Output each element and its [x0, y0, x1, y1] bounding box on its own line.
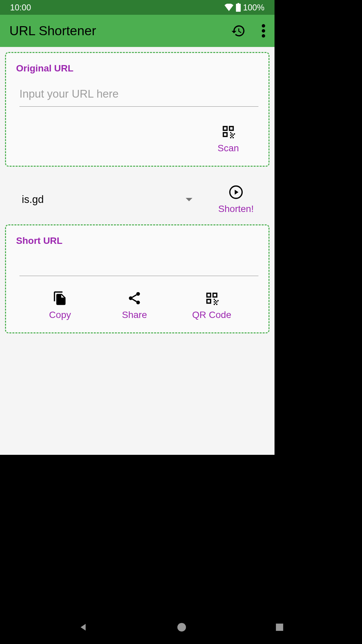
- qrcode-label: QR Code: [192, 310, 231, 320]
- svg-point-1: [262, 29, 265, 33]
- status-time: 10:00: [10, 3, 31, 12]
- copy-label: Copy: [49, 310, 71, 320]
- share-button[interactable]: Share: [118, 291, 151, 320]
- scan-button[interactable]: Scan: [212, 124, 245, 154]
- status-battery: 100%: [243, 3, 264, 12]
- shorten-button[interactable]: Shorten!: [213, 185, 259, 214]
- svg-point-5: [129, 297, 133, 300]
- original-url-card: Original URL Scan: [5, 52, 269, 167]
- short-url-label: Short URL: [16, 235, 258, 246]
- chevron-down-icon: [186, 198, 192, 201]
- scan-label: Scan: [218, 143, 239, 154]
- svg-point-4: [136, 292, 140, 296]
- status-bar: 10:00 100%: [0, 0, 275, 15]
- battery-icon: [236, 3, 241, 12]
- copy-icon: [53, 291, 67, 306]
- middle-controls: is.gd Shorten!: [5, 177, 269, 224]
- provider-selected: is.gd: [22, 194, 44, 206]
- provider-dropdown[interactable]: is.gd: [15, 190, 199, 209]
- share-label: Share: [122, 310, 147, 320]
- play-circle-icon: [229, 185, 243, 200]
- short-url-value: [19, 258, 258, 276]
- shorten-label: Shorten!: [218, 204, 254, 214]
- short-url-card: Short URL Copy Share QR Code: [5, 224, 269, 333]
- history-icon[interactable]: [231, 23, 246, 38]
- qrcode-icon: [204, 291, 219, 306]
- svg-point-2: [262, 34, 265, 38]
- app-title: URL Shortener: [9, 23, 96, 38]
- wifi-icon: [224, 4, 234, 11]
- original-url-input[interactable]: [19, 86, 258, 107]
- qrcode-button[interactable]: QR Code: [192, 291, 231, 320]
- main-content: Original URL Scan is.gd Shorten! Short U…: [0, 47, 275, 455]
- qr-scan-icon: [221, 124, 236, 139]
- svg-point-6: [136, 301, 140, 304]
- svg-point-0: [262, 24, 265, 28]
- app-bar: URL Shortener: [0, 15, 275, 47]
- original-url-label: Original URL: [16, 63, 258, 74]
- share-icon: [127, 291, 142, 306]
- copy-button[interactable]: Copy: [43, 291, 77, 320]
- more-icon[interactable]: [262, 24, 265, 38]
